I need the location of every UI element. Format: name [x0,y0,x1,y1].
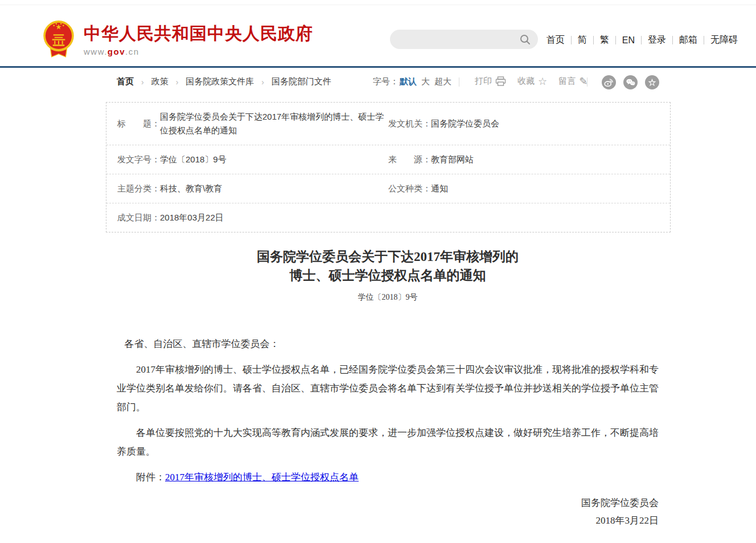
meta-doctype-label: 公文种类： [388,183,431,194]
toolbar-separator [587,77,587,87]
top-nav: 首页 简 繁 EN 登录 邮箱 无障碍 [540,34,744,46]
site-identity: 中华人民共和国中央人民政府 www.gov.cn [84,23,313,56]
print-label: 打印 [475,76,492,87]
document-title: 国务院学位委员会关于下达2017年审核增列的 博士、硕士学位授权点名单的通知 [117,247,659,285]
meta-date-label: 成文日期： [117,213,160,223]
site-url: www.gov.cn [84,47,313,56]
breadcrumb-policy-library[interactable]: 国务院政策文件库 [186,76,254,87]
url-cn: .cn [125,47,139,56]
chevron-right-icon [261,77,264,87]
meta-title-value: 国务院学位委员会关于下达2017年审核增列的博士、硕士学位授权点名单的通知 [160,110,388,137]
star-icon: ☆ [538,76,547,87]
favorite-button[interactable]: 收藏 ☆ [517,76,547,87]
meta-row-topic: 主题分类： 科技、教育\教育 公文种类： 通知 [106,174,670,203]
weibo-share-button[interactable] [602,75,616,89]
url-gov: gov [108,47,125,56]
page-actions: 打印 收藏 ☆ 留言 ✎ [475,76,599,87]
meta-title-label: 标 题： [117,119,160,129]
site-title: 中华人民共和国中央人民政府 [84,23,313,44]
nav-login[interactable]: 登录 [642,34,672,46]
font-size-default[interactable]: 默认 [400,76,417,87]
font-size-label: 字号： [373,76,398,87]
breadcrumb-policy[interactable]: 政策 [151,76,169,87]
salutation: 各省、自治区、直辖市学位委员会： [117,334,659,353]
signer-name: 国务院学位委员会 [117,494,659,512]
chevron-right-icon [176,77,179,87]
signature-block: 国务院学位委员会 2018年3月22日 [117,494,659,529]
chevron-right-icon [141,77,144,87]
nav-simplified[interactable]: 简 [572,34,593,46]
document-body: 各省、自治区、直辖市学位委员会： 2017年审核增列的博士、硕士学位授权点名单，… [117,334,659,529]
document-number: 学位〔2018〕9号 [117,292,659,303]
meta-org-value: 国务院学位委员会 [431,117,499,130]
font-size-large[interactable]: 大 [421,76,430,87]
breadcrumb-home[interactable]: 首页 [117,76,134,87]
meta-number-label: 发文字号： [117,154,160,165]
attachment-label: 附件： [136,472,165,483]
meta-topic-label: 主题分类： [117,183,160,194]
meta-number-value: 学位〔2018〕9号 [160,153,227,166]
meta-row-number: 发文字号： 学位〔2018〕9号 来 源： 教育部网站 [106,145,670,174]
toolbar-separator [459,77,459,87]
meta-org-label: 发文机关： [388,119,431,129]
print-button[interactable]: 打印 [475,76,506,87]
sign-date: 2018年3月22日 [117,512,659,529]
meta-date-value: 2018年03月22日 [160,211,224,224]
comment-label: 留言 [558,76,576,87]
attachment-line: 附件：2017年审核增列的博士、硕士学位授权点名单 [117,468,659,487]
nav-accessibility[interactable]: 无障碍 [704,34,744,46]
document-title-line1: 国务院学位委员会关于下达2017年审核增列的 [257,250,519,264]
paragraph-2: 各单位要按照党的十九大实现高等教育内涵式发展的要求，进一步加强学位授权点建设，做… [117,423,659,461]
qzone-star-icon [645,75,659,89]
font-size-control: 字号： 默认 大 超大 [373,76,451,87]
site-header: 中华人民共和国中央人民政府 www.gov.cn 首页 简 繁 EN 登录 邮箱… [0,0,756,68]
document-title-line2: 博士、硕士学位授权点名单的通知 [290,268,486,283]
search-box [390,30,538,49]
meta-topic-value: 科技、教育\教育 [160,182,222,195]
breadcrumb: 首页 政策 国务院政策文件库 国务院部门文件 [117,76,331,87]
national-emblem-icon [42,19,75,60]
paragraph-1: 2017年审核增列的博士、硕士学位授权点名单，已经国务院学位委员会第三十四次会议… [117,360,659,417]
meta-doctype-value: 通知 [431,182,448,195]
nav-traditional[interactable]: 繁 [594,34,615,46]
breadcrumb-department-docs[interactable]: 国务院部门文件 [272,76,331,87]
qzone-share-button[interactable] [645,75,659,89]
article: 国务院学位委员会关于下达2017年审核增列的 博士、硕士学位授权点名单的通知 学… [117,247,659,529]
search-input[interactable] [400,30,511,49]
weibo-icon [602,75,616,89]
meta-row-date: 成文日期： 2018年03月22日 [106,203,670,232]
nav-english[interactable]: EN [616,35,641,46]
attachment-link[interactable]: 2017年审核增列的博士、硕士学位授权点名单 [165,472,359,483]
nav-home[interactable]: 首页 [540,34,571,46]
url-www: www. [84,47,108,56]
site-logo[interactable]: 中华人民共和国中央人民政府 www.gov.cn [42,19,313,60]
meta-source-label: 来 源： [388,154,431,165]
comment-button[interactable]: 留言 ✎ [558,76,587,87]
search-icon[interactable] [520,34,531,47]
printer-icon [495,76,506,86]
nav-mail[interactable]: 邮箱 [673,34,704,46]
wechat-icon [623,75,638,89]
meta-source-value: 教育部网站 [431,153,474,166]
toolbar-row: 首页 政策 国务院政策文件库 国务院部门文件 字号： 默认 大 超大 打印 收藏… [0,68,756,96]
meta-row-title: 标 题： 国务院学位委员会关于下达2017年审核增列的博士、硕士学位授权点名单的… [106,103,670,145]
pencil-icon: ✎ [579,76,587,87]
document-meta-table: 标 题： 国务院学位委员会关于下达2017年审核增列的博士、硕士学位授权点名单的… [106,102,671,232]
font-size-xlarge[interactable]: 超大 [434,76,451,87]
wechat-share-button[interactable] [623,75,638,89]
share-buttons [602,75,667,89]
favorite-label: 收藏 [517,76,535,87]
